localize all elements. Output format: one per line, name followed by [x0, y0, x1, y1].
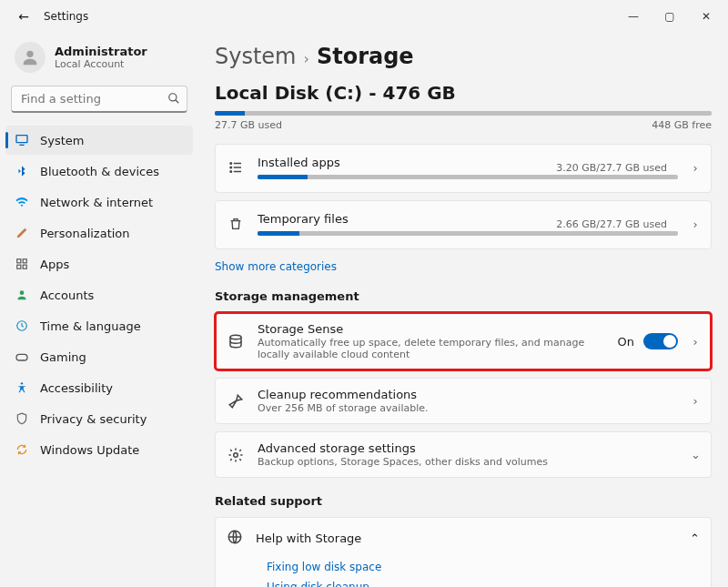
chevron-right-icon: › — [691, 394, 700, 408]
cleanup-desc: Over 256 MB of storage available. — [258, 402, 678, 414]
storage-sense-desc: Automatically free up space, delete temp… — [258, 337, 605, 360]
wifi-icon — [15, 195, 29, 209]
minimize-button[interactable]: — — [615, 10, 652, 23]
sidebar-item-accessibility[interactable]: Accessibility — [5, 373, 193, 402]
disk-used-label: 27.7 GB used — [215, 119, 282, 131]
shield-icon — [15, 412, 29, 425]
svg-point-0 — [26, 51, 33, 57]
back-button[interactable]: ← — [11, 9, 36, 24]
sidebar-item-gaming[interactable]: Gaming — [5, 342, 193, 371]
sidebar-item-label: Gaming — [40, 350, 86, 364]
category-usage: 2.66 GB/27.7 GB used — [556, 218, 667, 230]
apps-icon — [15, 258, 29, 270]
close-button[interactable]: ✕ — [688, 10, 724, 23]
search-icon — [167, 92, 180, 107]
sidebar-item-label: Bluetooth & devices — [40, 165, 159, 178]
main-content: System › Storage Local Disk (C:) - 476 G… — [198, 33, 728, 587]
broom-icon — [227, 393, 245, 410]
breadcrumb-root[interactable]: System — [215, 44, 297, 69]
chevron-down-icon: ⌄ — [691, 448, 700, 461]
bluetooth-icon — [15, 165, 29, 177]
svg-rect-8 — [23, 265, 26, 268]
title-bar: ← Settings — ▢ ✕ — [0, 0, 728, 33]
sidebar-item-windows-update[interactable]: Windows Update — [5, 435, 193, 464]
disk-icon — [227, 333, 245, 349]
sidebar-nav: System Bluetooth & devices Network & int… — [5, 126, 193, 464]
clock-icon — [15, 319, 29, 332]
toggle-state-label: On — [618, 335, 634, 349]
sidebar-item-time-language[interactable]: Time & language — [5, 311, 193, 340]
category-installed-apps[interactable]: Installed apps 3.20 GB/27.7 GB used › — [215, 144, 712, 193]
advanced-storage-card[interactable]: Advanced storage settings Backup options… — [215, 431, 712, 478]
apps-list-icon — [227, 159, 245, 176]
sidebar: Administrator Local Account System Bluet… — [0, 33, 198, 587]
svg-rect-5 — [17, 259, 21, 263]
account-header[interactable]: Administrator Local Account — [5, 40, 193, 86]
disk-usage-fill — [215, 111, 245, 116]
sidebar-item-system[interactable]: System — [5, 126, 193, 155]
storage-management-heading: Storage management — [215, 289, 712, 303]
svg-rect-7 — [17, 265, 21, 268]
svg-rect-3 — [16, 136, 27, 143]
category-temporary-files[interactable]: Temporary files 2.66 GB/27.7 GB used › — [215, 200, 712, 249]
sidebar-item-accounts[interactable]: Accounts — [5, 280, 193, 309]
sidebar-item-label: Privacy & security — [40, 412, 147, 426]
sidebar-item-network[interactable]: Network & internet — [5, 187, 193, 217]
breadcrumb: System › Storage — [215, 44, 712, 69]
svg-point-1 — [169, 94, 177, 101]
svg-point-20 — [234, 452, 238, 457]
maximize-button[interactable]: ▢ — [652, 10, 688, 23]
category-fill — [258, 231, 299, 236]
advanced-desc: Backup options, Storage Spaces, other di… — [258, 456, 678, 468]
chevron-right-icon: › — [691, 335, 700, 349]
disk-title: Local Disk (C:) - 476 GB — [215, 82, 712, 104]
svg-rect-11 — [16, 354, 27, 360]
help-link-disk-cleanup[interactable]: Using disk cleanup — [267, 581, 700, 587]
person-icon — [15, 288, 29, 301]
help-card: Help with Storage ⌃ Fixing low disk spac… — [215, 517, 712, 587]
sidebar-item-label: Accessibility — [40, 381, 113, 395]
disk-usage-labels: 27.7 GB used 448 GB free — [215, 119, 712, 131]
show-more-categories-link[interactable]: Show more categories — [215, 260, 337, 273]
chevron-right-icon: › — [304, 50, 309, 67]
help-header[interactable]: Help with Storage ⌃ — [227, 529, 700, 548]
svg-point-19 — [230, 335, 241, 339]
sidebar-item-label: Time & language — [40, 319, 141, 333]
user-account-type: Local Account — [55, 58, 147, 70]
avatar-icon — [15, 42, 46, 73]
cleanup-recommendations-card[interactable]: Cleanup recommendations Over 256 MB of s… — [215, 378, 712, 424]
trash-icon — [227, 217, 245, 231]
sidebar-item-label: Apps — [40, 258, 69, 271]
svg-point-13 — [230, 163, 232, 165]
svg-rect-6 — [23, 259, 26, 263]
cleanup-title: Cleanup recommendations — [258, 388, 678, 401]
search-input[interactable] — [11, 86, 187, 113]
search-wrap — [11, 86, 187, 113]
accessibility-icon — [15, 381, 29, 394]
brush-icon — [15, 226, 29, 240]
system-icon — [15, 133, 29, 147]
sidebar-item-personalization[interactable]: Personalization — [5, 218, 193, 248]
sidebar-item-apps[interactable]: Apps — [5, 249, 193, 278]
help-link-low-disk[interactable]: Fixing low disk space — [267, 561, 700, 573]
gaming-icon — [15, 349, 29, 364]
svg-line-2 — [176, 100, 179, 104]
update-icon — [15, 443, 29, 456]
storage-sense-title: Storage Sense — [258, 322, 605, 336]
sidebar-item-label: Windows Update — [40, 443, 139, 457]
window-controls: — ▢ ✕ — [615, 10, 724, 23]
window-title: Settings — [36, 10, 615, 23]
sidebar-item-label: Personalization — [40, 227, 130, 240]
chevron-right-icon: › — [691, 218, 700, 231]
gear-icon — [227, 447, 245, 463]
storage-sense-card[interactable]: Storage Sense Automatically free up spac… — [215, 312, 712, 370]
advanced-title: Advanced storage settings — [258, 441, 678, 455]
sidebar-item-privacy[interactable]: Privacy & security — [5, 404, 193, 433]
category-fill — [258, 175, 308, 179]
user-name: Administrator — [55, 45, 147, 58]
sidebar-item-label: Network & internet — [40, 196, 153, 209]
help-title: Help with Storage — [256, 531, 677, 545]
storage-sense-toggle[interactable] — [643, 333, 678, 349]
sidebar-item-bluetooth[interactable]: Bluetooth & devices — [5, 157, 193, 186]
sidebar-item-label: System — [40, 134, 84, 147]
